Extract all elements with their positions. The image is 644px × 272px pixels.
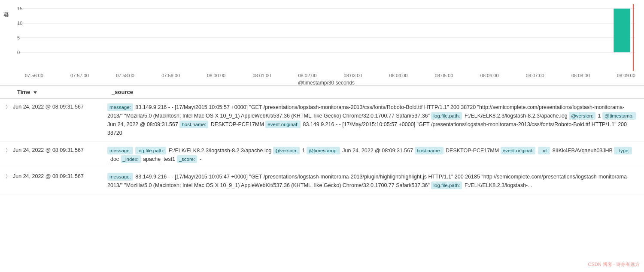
x-axis-ticks: 07:56:00 07:57:00 07:58:00 07:59:00 08:0…	[17, 72, 635, 78]
chart-svg: 15 10 5 0	[17, 4, 635, 71]
log-table: Time _source 〉 Jun 24, 2022 @ 08:09:31.5…	[0, 86, 644, 194]
field-badge-version[interactable]: @version:	[569, 112, 595, 120]
cell-time: Jun 24, 2022 @ 08:09:31.567	[13, 146, 107, 153]
field-badge-message[interactable]: message:	[107, 147, 133, 154]
x-axis-label: @timestamp/30 seconds	[17, 78, 635, 89]
svg-text:0: 0	[17, 50, 20, 55]
time-col-header[interactable]: Time	[17, 89, 112, 95]
field-badge-version[interactable]: @version:	[273, 147, 300, 154]
svg-rect-8	[614, 9, 630, 52]
cell-source: message: log.file.path: F:/ELK/ELK8.2.3/…	[107, 146, 640, 163]
expand-button[interactable]: 〉	[4, 103, 13, 110]
svg-text:15: 15	[17, 6, 22, 11]
expand-button[interactable]: 〉	[4, 146, 13, 154]
svg-text:5: 5	[17, 35, 20, 40]
svg-text:10: 10	[17, 21, 22, 26]
field-badge-score[interactable]: _score:	[177, 155, 197, 163]
field-badge-type[interactable]: _type:	[614, 147, 632, 154]
field-badge-hostname[interactable]: host.name:	[179, 121, 208, 128]
sort-icon	[33, 91, 37, 94]
field-badge-message[interactable]: message:	[107, 173, 133, 181]
field-badge-logfilepath[interactable]: log.file.path:	[431, 112, 462, 120]
field-badge-id[interactable]: _id:	[538, 147, 550, 154]
field-badge-logfilepath[interactable]: log.file.path:	[135, 147, 166, 154]
field-badge-eventoriginal[interactable]: event.original:	[265, 121, 301, 128]
cell-source: message: 83.149.9.216 - - [17/May/2015:1…	[107, 103, 640, 137]
expand-button[interactable]: 〉	[4, 172, 13, 180]
field-badge-logfilepath[interactable]: log.file.path:	[431, 181, 462, 189]
cell-time: Jun 24, 2022 @ 08:09:31.567	[13, 172, 107, 179]
chart-container: 计数 15 10 5 0 07:56:00 07:57:00 07:58:00 …	[0, 0, 644, 86]
field-badge-timestamp[interactable]: @timestamp:	[602, 112, 636, 120]
field-badge-hostname[interactable]: host.name:	[415, 147, 444, 154]
table-row: 〉 Jun 24, 2022 @ 08:09:31.567 message: 8…	[0, 99, 644, 142]
field-badge-message[interactable]: message:	[107, 103, 133, 111]
table-row: 〉 Jun 24, 2022 @ 08:09:31.567 message: 8…	[0, 168, 644, 194]
field-badge-eventoriginal[interactable]: event.original:	[501, 147, 536, 154]
field-badge-index[interactable]: _index:	[121, 155, 141, 163]
table-row: 〉 Jun 24, 2022 @ 08:09:31.567 message: l…	[0, 142, 644, 168]
cell-source: message: 83.149.9.216 - - [17/May/2015:1…	[107, 172, 640, 190]
cell-time: Jun 24, 2022 @ 08:09:31.567	[13, 103, 107, 110]
expand-col-header	[4, 89, 17, 95]
field-badge-timestamp[interactable]: @timestamp:	[307, 147, 340, 154]
source-col-header: _source	[112, 89, 640, 95]
